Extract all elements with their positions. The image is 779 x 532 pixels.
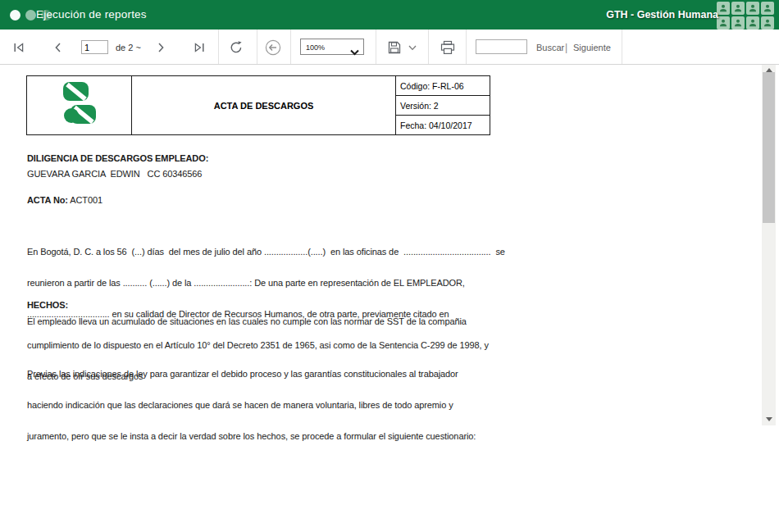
company-logo-cell	[27, 76, 132, 135]
brand-label: GTH - Gestión Humana	[606, 9, 718, 20]
buscar-button[interactable]: Buscar	[536, 43, 564, 52]
empleado-line: GUEVARA GARCIA EDWIN CC 60346566	[27, 169, 202, 179]
company-logo-icon	[61, 116, 98, 130]
toolbar-divider	[218, 30, 219, 64]
toolbar-divider	[428, 30, 429, 64]
toolbar-divider	[376, 30, 376, 64]
page-total-label: de 2 ~	[116, 43, 141, 52]
chevron-down-icon	[408, 39, 417, 54]
toolbar-divider	[290, 30, 291, 64]
save-icon	[387, 40, 402, 55]
siguiente-button[interactable]: Siguiente	[573, 43, 611, 52]
last-page-icon	[192, 40, 207, 55]
acta-line: ACTA No: ACT001	[27, 195, 102, 205]
zoom-select[interactable]: 100%	[300, 39, 364, 55]
refresh-icon	[228, 39, 244, 56]
hechos-label: HECHOS:	[27, 300, 68, 310]
document-fecha: Fecha: 04/10/2017	[396, 116, 490, 135]
save-button[interactable]	[382, 35, 407, 60]
report-toolbar: de 2 ~ 100% Buscar	[0, 30, 779, 65]
triangle-up-icon	[766, 68, 772, 72]
person-icon	[746, 16, 759, 30]
report-viewer-window: Ejecución de reportes GTH - Gestión Huma…	[0, 0, 779, 532]
app-header: Ejecución de reportes GTH - Gestión Huma…	[0, 0, 779, 30]
vertical-scrollbar[interactable]	[762, 65, 776, 425]
first-page-button[interactable]	[7, 35, 31, 60]
back-button[interactable]	[261, 35, 285, 60]
last-page-button[interactable]	[187, 35, 212, 60]
acta-label: ACTA No:	[27, 195, 68, 205]
chevron-left-icon	[51, 40, 66, 55]
printer-icon	[440, 40, 456, 56]
chevron-right-icon	[153, 40, 168, 55]
acta-value: ACT001	[70, 195, 102, 205]
person-icon	[717, 2, 730, 15]
document-version: Versión: 2	[396, 96, 490, 116]
person-icon	[731, 16, 745, 30]
document-header-table: ACTA DE DESCARGOS Código: F-RL-06 Versió…	[26, 75, 490, 135]
toolbar-divider	[622, 30, 622, 64]
first-page-icon	[11, 40, 26, 55]
window-dot-icon	[10, 10, 20, 20]
person-icon	[731, 2, 745, 15]
document-codigo: Código: F-RL-06	[396, 76, 490, 96]
next-page-button[interactable]	[148, 35, 173, 60]
toolbar-divider	[466, 30, 467, 64]
window-dot-icon	[25, 10, 36, 20]
zoom-value: 100%	[306, 43, 325, 52]
page-number-input[interactable]	[81, 40, 108, 54]
person-icon	[761, 2, 774, 15]
triangle-down-icon	[766, 417, 772, 421]
brand-mosaic	[715, 0, 779, 30]
print-button[interactable]	[435, 35, 460, 60]
search-separator: |	[565, 42, 567, 53]
save-menu-button[interactable]	[407, 41, 418, 52]
person-icon	[761, 16, 774, 30]
scroll-down-button[interactable]	[762, 414, 776, 424]
scrollbar-thumb[interactable]	[763, 72, 775, 223]
person-icon	[717, 16, 730, 30]
parrafo-garantias: Previas las indicaciones de ley para gar…	[27, 348, 476, 462]
toolbar-divider	[257, 30, 257, 64]
back-arrow-icon	[264, 39, 282, 57]
refresh-button[interactable]	[224, 35, 248, 60]
search-input[interactable]	[476, 39, 527, 54]
previous-page-button[interactable]	[46, 35, 71, 60]
page-title: Ejecución de reportes	[36, 8, 147, 20]
diligencia-label: DILIGENCIA DE DESCARGOS EMPLEADO:	[27, 153, 208, 163]
document-title: ACTA DE DESCARGOS	[132, 76, 396, 135]
person-icon	[746, 2, 759, 15]
chevron-down-icon	[350, 44, 359, 59]
hechos-line: El empleado lleva un acumulado de situac…	[27, 316, 467, 326]
